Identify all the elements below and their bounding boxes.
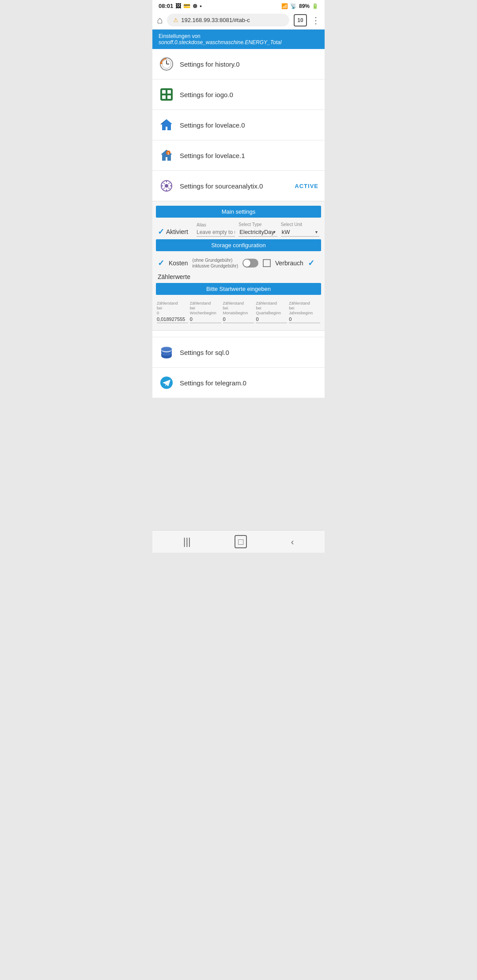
- address-bar: ⌂ ⚠ 192.168.99.33:8081/#tab-c 10 ⋮: [152, 11, 325, 30]
- active-badge: ACTIVE: [295, 183, 318, 189]
- list-item[interactable]: Settings for iogo.0: [152, 79, 325, 110]
- bottom-nav: ||| □ ‹: [152, 530, 325, 553]
- zaehler-label-4: ZählerstandbeiJahresbeginn: [289, 301, 320, 315]
- home-button-nav[interactable]: □: [235, 536, 247, 547]
- background-area: [152, 398, 325, 530]
- ohne-grundgebuhr-label: (ohne Grundgebühr): [193, 257, 238, 263]
- svg-text:1: 1: [167, 151, 170, 155]
- zaehler-label-2: ZählerstandbeiMonatsbeginn: [223, 301, 254, 315]
- svg-rect-9: [167, 95, 171, 99]
- kosten-check: ✓: [158, 258, 164, 268]
- alias-input[interactable]: [197, 228, 235, 237]
- status-left: 08:01 🖼 💳 ⊗ •: [159, 3, 202, 9]
- settings-sql-label: Settings for sql.0: [180, 349, 318, 356]
- url-text: 192.168.99.33:8081/#tab-c: [181, 17, 250, 23]
- sql-icon: [159, 344, 174, 360]
- zahlerwerte-label: Zählerwerte: [158, 273, 190, 280]
- zaehler-value-2: 0: [223, 317, 254, 323]
- zaehler-label-1: ZählerstandbeiWochenbeginn: [190, 301, 221, 315]
- settings-lovelace1-label: Settings for lovelace.1: [180, 152, 318, 159]
- zaehler-field-2: ZählerstandbeiMonatsbeginn 0: [223, 301, 254, 323]
- lovelace0-icon: [159, 117, 174, 133]
- svg-line-23: [168, 183, 170, 184]
- storage-row: ✓ Kosten (ohne Grundgebühr) inklusive Gr…: [156, 255, 321, 283]
- type-select-wrapper[interactable]: ElectricityDay ElectricityWeek Electrici…: [238, 228, 277, 237]
- spacer: [152, 331, 325, 337]
- tab-count: 10: [297, 17, 303, 23]
- dot-indicator: •: [200, 3, 202, 9]
- svg-rect-5: [160, 88, 173, 101]
- recent-icon: |||: [183, 536, 191, 547]
- lovelace1-icon: 1: [159, 147, 174, 163]
- startwerte-fields: Zählerstandbei0 0,018927555 Zählerstandb…: [156, 298, 321, 324]
- unit-group: Select Unit kW kWh W Wh: [281, 222, 319, 237]
- storage-header: Storage configuration: [156, 239, 321, 251]
- list-item[interactable]: Settings for sourceanalytix.0 ACTIVE: [152, 171, 325, 201]
- banner-prefix: Einstellungen von: [159, 33, 201, 39]
- verbrauch-label: Verbrauch: [275, 260, 303, 267]
- more-menu-button[interactable]: ⋮: [311, 15, 320, 26]
- list-item[interactable]: Settings for sql.0: [152, 337, 325, 368]
- alias-sublabel: Alias: [197, 222, 235, 227]
- zahlerwerte-check: ✓: [308, 258, 314, 268]
- back-button[interactable]: ‹: [291, 536, 294, 547]
- aktiviert-label: Aktiviert: [166, 228, 188, 235]
- svg-point-20: [165, 184, 168, 188]
- type-group: Select Type ElectricityDay ElectricityWe…: [238, 222, 277, 237]
- svg-marker-12: [161, 150, 172, 161]
- type-select[interactable]: ElectricityDay ElectricityWeek Electrici…: [238, 228, 277, 237]
- banner-object: sonoff.0.steckdose_waschmaschine.ENERGY_…: [159, 39, 281, 45]
- unit-select[interactable]: kW kWh W Wh: [281, 228, 319, 237]
- zaehler-label-0: Zählerstandbei0: [157, 301, 188, 315]
- settings-telegram-label: Settings for telegram.0: [180, 379, 318, 387]
- alias-group: Alias: [197, 222, 235, 237]
- startwerte-header: Bitte Startwerte eingeben: [156, 283, 321, 295]
- svg-line-22: [168, 188, 170, 189]
- list-item[interactable]: Settings for lovelace.0: [152, 110, 325, 140]
- wifi-icon: 📶: [281, 3, 288, 9]
- type-sublabel: Select Type: [238, 222, 277, 227]
- sourceanalytix-icon: [159, 178, 174, 194]
- zaehler-field-4: ZählerstandbeiJahresbeginn 0: [289, 301, 320, 323]
- settings-iogo-label: Settings for iogo.0: [180, 91, 318, 98]
- toggle-switch[interactable]: [242, 259, 258, 268]
- main-settings-header: Main settings: [156, 206, 321, 218]
- battery-display: 89%: [299, 3, 310, 9]
- unit-sublabel: Select Unit: [281, 222, 319, 227]
- image-icon: 🖼: [175, 3, 181, 9]
- svg-rect-7: [167, 90, 171, 94]
- time-display: 08:01: [159, 3, 173, 9]
- unit-select-wrapper[interactable]: kW kWh W Wh: [281, 228, 319, 237]
- zaehler-field-3: ZählerstandbeiQuartalbeginn 0: [256, 301, 287, 323]
- status-bar: 08:01 🖼 💳 ⊗ • 📶 📡 89% 🔋: [152, 0, 325, 11]
- inkl-grundgebuhr-label: inklusive Grundgebühr): [193, 263, 238, 269]
- tab-switcher[interactable]: 10: [294, 14, 307, 26]
- main-card: Settings for history.0 Settings for iogo…: [152, 49, 325, 398]
- svg-marker-10: [161, 119, 172, 130]
- list-item[interactable]: 1 Settings for lovelace.1: [152, 140, 325, 171]
- zaehler-value-0: 0,018927555: [157, 317, 188, 323]
- signal-icon: 📡: [290, 3, 297, 9]
- home-button[interactable]: ⌂: [157, 15, 163, 26]
- recent-apps-button[interactable]: |||: [183, 536, 191, 547]
- telegram-icon: [159, 375, 174, 391]
- home-nav-icon: □: [235, 535, 247, 548]
- list-item[interactable]: Settings for history.0: [152, 49, 325, 79]
- list-item[interactable]: Settings for telegram.0: [152, 368, 325, 398]
- sim-icon: 💳: [183, 3, 190, 9]
- url-input[interactable]: ⚠ 192.168.99.33:8081/#tab-c: [167, 14, 289, 26]
- history-icon: [159, 56, 174, 72]
- back-icon: ‹: [291, 537, 294, 547]
- svg-line-21: [163, 183, 165, 184]
- iogo-icon: [159, 87, 174, 102]
- verbrauch-checkbox[interactable]: [263, 259, 271, 267]
- svg-rect-8: [162, 95, 166, 99]
- block-icon: ⊗: [193, 3, 197, 9]
- zaehler-field-1: ZählerstandbeiWochenbeginn 0: [190, 301, 221, 323]
- zaehler-value-3: 0: [256, 317, 287, 323]
- toggle-knob: [243, 260, 250, 267]
- page-banner: Einstellungen von sonoff.0.steckdose_was…: [152, 30, 325, 49]
- svg-line-24: [163, 188, 165, 189]
- settings-lovelace0-label: Settings for lovelace.0: [180, 121, 318, 129]
- warning-icon: ⚠: [173, 17, 178, 23]
